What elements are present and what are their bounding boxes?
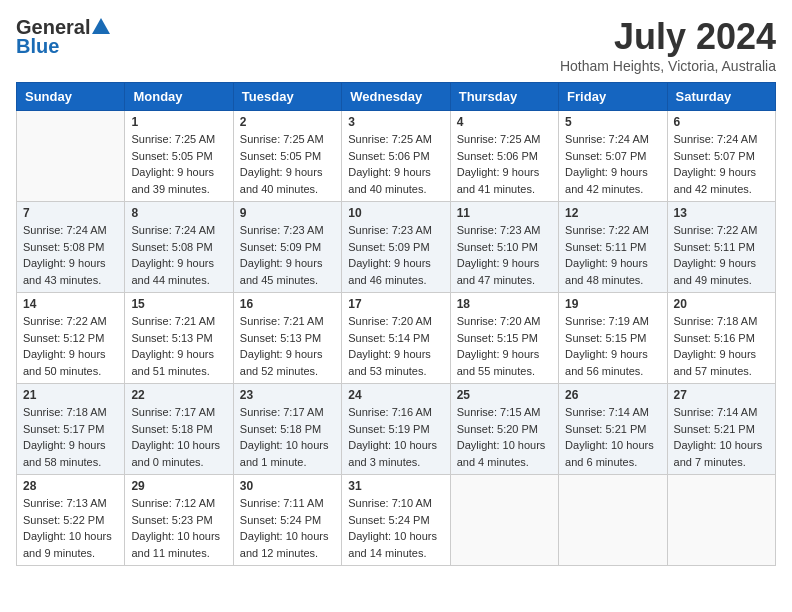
day-number: 29 (131, 479, 226, 493)
day-sun-info: Sunrise: 7:24 AM Sunset: 5:07 PM Dayligh… (565, 131, 660, 197)
calendar-cell: 7Sunrise: 7:24 AM Sunset: 5:08 PM Daylig… (17, 202, 125, 293)
calendar-cell: 6Sunrise: 7:24 AM Sunset: 5:07 PM Daylig… (667, 111, 775, 202)
day-sun-info: Sunrise: 7:22 AM Sunset: 5:12 PM Dayligh… (23, 313, 118, 379)
calendar-week-row: 28Sunrise: 7:13 AM Sunset: 5:22 PM Dayli… (17, 475, 776, 566)
day-sun-info: Sunrise: 7:11 AM Sunset: 5:24 PM Dayligh… (240, 495, 335, 561)
calendar-cell (17, 111, 125, 202)
day-number: 30 (240, 479, 335, 493)
day-sun-info: Sunrise: 7:22 AM Sunset: 5:11 PM Dayligh… (674, 222, 769, 288)
day-sun-info: Sunrise: 7:23 AM Sunset: 5:09 PM Dayligh… (348, 222, 443, 288)
calendar-cell: 19Sunrise: 7:19 AM Sunset: 5:15 PM Dayli… (559, 293, 667, 384)
calendar-cell: 1Sunrise: 7:25 AM Sunset: 5:05 PM Daylig… (125, 111, 233, 202)
day-sun-info: Sunrise: 7:20 AM Sunset: 5:14 PM Dayligh… (348, 313, 443, 379)
day-number: 11 (457, 206, 552, 220)
logo: General Blue (16, 16, 112, 58)
calendar-cell: 11Sunrise: 7:23 AM Sunset: 5:10 PM Dayli… (450, 202, 558, 293)
day-number: 5 (565, 115, 660, 129)
calendar-header-row: SundayMondayTuesdayWednesdayThursdayFrid… (17, 83, 776, 111)
day-number: 17 (348, 297, 443, 311)
calendar-cell: 28Sunrise: 7:13 AM Sunset: 5:22 PM Dayli… (17, 475, 125, 566)
day-header-tuesday: Tuesday (233, 83, 341, 111)
day-sun-info: Sunrise: 7:19 AM Sunset: 5:15 PM Dayligh… (565, 313, 660, 379)
day-sun-info: Sunrise: 7:17 AM Sunset: 5:18 PM Dayligh… (131, 404, 226, 470)
location-subtitle: Hotham Heights, Victoria, Australia (560, 58, 776, 74)
day-number: 16 (240, 297, 335, 311)
day-sun-info: Sunrise: 7:22 AM Sunset: 5:11 PM Dayligh… (565, 222, 660, 288)
day-header-monday: Monday (125, 83, 233, 111)
day-sun-info: Sunrise: 7:25 AM Sunset: 5:06 PM Dayligh… (348, 131, 443, 197)
day-header-saturday: Saturday (667, 83, 775, 111)
day-sun-info: Sunrise: 7:18 AM Sunset: 5:16 PM Dayligh… (674, 313, 769, 379)
day-sun-info: Sunrise: 7:20 AM Sunset: 5:15 PM Dayligh… (457, 313, 552, 379)
day-sun-info: Sunrise: 7:21 AM Sunset: 5:13 PM Dayligh… (131, 313, 226, 379)
calendar-cell: 12Sunrise: 7:22 AM Sunset: 5:11 PM Dayli… (559, 202, 667, 293)
day-number: 21 (23, 388, 118, 402)
day-sun-info: Sunrise: 7:13 AM Sunset: 5:22 PM Dayligh… (23, 495, 118, 561)
day-sun-info: Sunrise: 7:21 AM Sunset: 5:13 PM Dayligh… (240, 313, 335, 379)
title-section: July 2024 Hotham Heights, Victoria, Aust… (560, 16, 776, 74)
day-number: 24 (348, 388, 443, 402)
day-header-wednesday: Wednesday (342, 83, 450, 111)
day-number: 26 (565, 388, 660, 402)
calendar-cell: 18Sunrise: 7:20 AM Sunset: 5:15 PM Dayli… (450, 293, 558, 384)
calendar-cell: 3Sunrise: 7:25 AM Sunset: 5:06 PM Daylig… (342, 111, 450, 202)
day-sun-info: Sunrise: 7:14 AM Sunset: 5:21 PM Dayligh… (674, 404, 769, 470)
day-number: 8 (131, 206, 226, 220)
day-number: 14 (23, 297, 118, 311)
day-sun-info: Sunrise: 7:23 AM Sunset: 5:09 PM Dayligh… (240, 222, 335, 288)
day-number: 23 (240, 388, 335, 402)
calendar-cell: 13Sunrise: 7:22 AM Sunset: 5:11 PM Dayli… (667, 202, 775, 293)
day-number: 12 (565, 206, 660, 220)
calendar-cell: 21Sunrise: 7:18 AM Sunset: 5:17 PM Dayli… (17, 384, 125, 475)
day-number: 18 (457, 297, 552, 311)
calendar-cell: 23Sunrise: 7:17 AM Sunset: 5:18 PM Dayli… (233, 384, 341, 475)
day-number: 28 (23, 479, 118, 493)
day-sun-info: Sunrise: 7:16 AM Sunset: 5:19 PM Dayligh… (348, 404, 443, 470)
calendar-cell: 31Sunrise: 7:10 AM Sunset: 5:24 PM Dayli… (342, 475, 450, 566)
day-sun-info: Sunrise: 7:25 AM Sunset: 5:05 PM Dayligh… (240, 131, 335, 197)
day-number: 6 (674, 115, 769, 129)
calendar-cell: 17Sunrise: 7:20 AM Sunset: 5:14 PM Dayli… (342, 293, 450, 384)
calendar-cell: 26Sunrise: 7:14 AM Sunset: 5:21 PM Dayli… (559, 384, 667, 475)
calendar-cell: 20Sunrise: 7:18 AM Sunset: 5:16 PM Dayli… (667, 293, 775, 384)
calendar-cell: 14Sunrise: 7:22 AM Sunset: 5:12 PM Dayli… (17, 293, 125, 384)
month-year-title: July 2024 (560, 16, 776, 58)
day-number: 20 (674, 297, 769, 311)
day-sun-info: Sunrise: 7:17 AM Sunset: 5:18 PM Dayligh… (240, 404, 335, 470)
calendar-cell (450, 475, 558, 566)
calendar-cell: 10Sunrise: 7:23 AM Sunset: 5:09 PM Dayli… (342, 202, 450, 293)
day-number: 2 (240, 115, 335, 129)
calendar-cell: 8Sunrise: 7:24 AM Sunset: 5:08 PM Daylig… (125, 202, 233, 293)
day-number: 10 (348, 206, 443, 220)
calendar-cell: 4Sunrise: 7:25 AM Sunset: 5:06 PM Daylig… (450, 111, 558, 202)
calendar-table: SundayMondayTuesdayWednesdayThursdayFrid… (16, 82, 776, 566)
calendar-cell: 30Sunrise: 7:11 AM Sunset: 5:24 PM Dayli… (233, 475, 341, 566)
day-sun-info: Sunrise: 7:24 AM Sunset: 5:07 PM Dayligh… (674, 131, 769, 197)
calendar-cell: 24Sunrise: 7:16 AM Sunset: 5:19 PM Dayli… (342, 384, 450, 475)
day-sun-info: Sunrise: 7:25 AM Sunset: 5:06 PM Dayligh… (457, 131, 552, 197)
day-sun-info: Sunrise: 7:12 AM Sunset: 5:23 PM Dayligh… (131, 495, 226, 561)
calendar-cell: 29Sunrise: 7:12 AM Sunset: 5:23 PM Dayli… (125, 475, 233, 566)
day-sun-info: Sunrise: 7:24 AM Sunset: 5:08 PM Dayligh… (131, 222, 226, 288)
day-number: 27 (674, 388, 769, 402)
day-sun-info: Sunrise: 7:24 AM Sunset: 5:08 PM Dayligh… (23, 222, 118, 288)
day-number: 25 (457, 388, 552, 402)
logo-triangle-icon (92, 18, 110, 34)
day-sun-info: Sunrise: 7:23 AM Sunset: 5:10 PM Dayligh… (457, 222, 552, 288)
day-sun-info: Sunrise: 7:14 AM Sunset: 5:21 PM Dayligh… (565, 404, 660, 470)
calendar-week-row: 1Sunrise: 7:25 AM Sunset: 5:05 PM Daylig… (17, 111, 776, 202)
day-header-sunday: Sunday (17, 83, 125, 111)
day-sun-info: Sunrise: 7:15 AM Sunset: 5:20 PM Dayligh… (457, 404, 552, 470)
day-number: 3 (348, 115, 443, 129)
calendar-cell: 25Sunrise: 7:15 AM Sunset: 5:20 PM Dayli… (450, 384, 558, 475)
day-number: 1 (131, 115, 226, 129)
calendar-week-row: 14Sunrise: 7:22 AM Sunset: 5:12 PM Dayli… (17, 293, 776, 384)
calendar-cell: 15Sunrise: 7:21 AM Sunset: 5:13 PM Dayli… (125, 293, 233, 384)
day-number: 4 (457, 115, 552, 129)
calendar-cell (667, 475, 775, 566)
day-sun-info: Sunrise: 7:18 AM Sunset: 5:17 PM Dayligh… (23, 404, 118, 470)
calendar-cell: 22Sunrise: 7:17 AM Sunset: 5:18 PM Dayli… (125, 384, 233, 475)
page-header: General Blue July 2024 Hotham Heights, V… (16, 16, 776, 74)
day-number: 13 (674, 206, 769, 220)
day-number: 19 (565, 297, 660, 311)
